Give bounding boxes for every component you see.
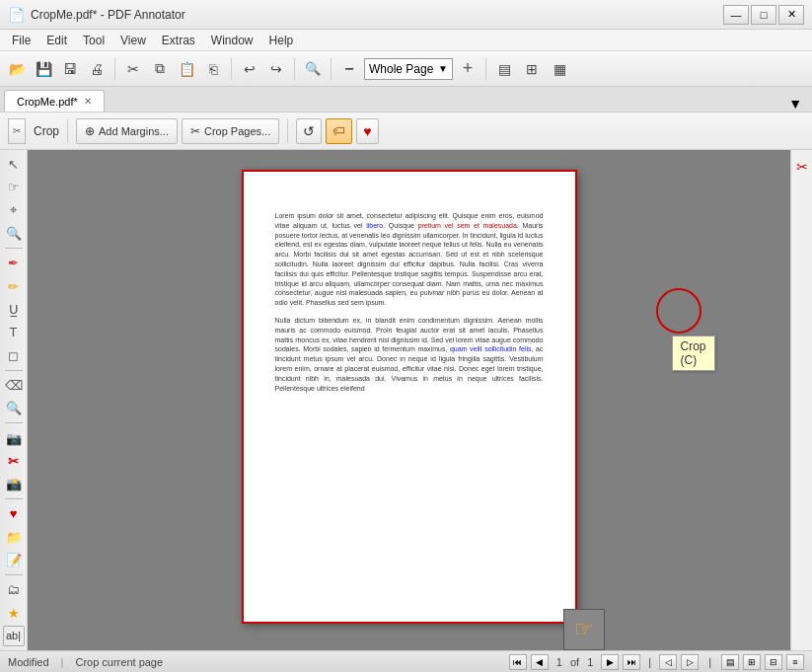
saveas-button[interactable]: 🖫 [57, 56, 83, 82]
paragraph-1: Lorem ipsum dolor sit amet, consectetur … [275, 211, 544, 308]
crop-tooltip: Crop (C) [672, 336, 715, 371]
print-button[interactable]: 🖨 [84, 56, 110, 82]
save-button[interactable]: 💾 [31, 56, 56, 82]
redo-button[interactable]: ↪ [263, 56, 289, 82]
crop-label: Crop [34, 124, 59, 138]
stamp-sidebar-btn[interactable]: 🗂 [3, 579, 25, 600]
menu-tool[interactable]: Tool [75, 32, 112, 49]
modified-status: Modified [8, 656, 49, 668]
status-bar: Modified | Crop current page ⏮ ◀ 1 of 1 … [0, 650, 812, 672]
page-view-control: Whole Page ▼ [364, 58, 453, 80]
page-view-dropdown-icon[interactable]: ▼ [438, 63, 448, 74]
menu-file[interactable]: File [4, 32, 38, 49]
search-tool-btn[interactable]: 🔍 [3, 398, 25, 418]
textbox-tool-btn[interactable]: T [3, 322, 25, 342]
star-sidebar-btn[interactable]: ★ [3, 602, 25, 623]
crop-sidebar-btn[interactable]: ✂ [3, 451, 25, 472]
view-spread-btn[interactable]: ⊟ [765, 654, 782, 670]
heart-button[interactable]: ♥ [356, 118, 378, 144]
app-icon: 📄 [8, 7, 25, 23]
clipboard-buttons: ✂ ⧉ 📋 ⎗ [120, 56, 226, 82]
nav-back-btn[interactable]: ◁ [659, 654, 677, 670]
view-single-btn[interactable]: ▤ [721, 654, 739, 670]
text-highlight-red: pretium vel sem et malesuada [418, 222, 517, 229]
status-separator: | [61, 656, 64, 668]
two-page-btn[interactable]: ⊞ [519, 56, 545, 82]
minimize-button[interactable]: — [723, 5, 749, 25]
nav-first-btn[interactable]: ⏮ [509, 654, 527, 670]
cut-button[interactable]: ✂ [120, 56, 146, 82]
view-scroll-btn[interactable]: ≡ [786, 654, 804, 670]
side-sep1 [5, 248, 23, 249]
menu-help[interactable]: Help [261, 32, 302, 49]
nav-sep: | [648, 656, 651, 668]
sep2 [231, 58, 232, 80]
zoom-out-button[interactable]: − [336, 56, 362, 82]
paste-button[interactable]: 📋 [174, 56, 199, 82]
page-mode-btn[interactable]: ▦ [547, 56, 572, 82]
paste2-button[interactable]: ⎗ [200, 56, 226, 82]
page-total: 1 [587, 656, 593, 668]
heart-sidebar-btn[interactable]: ♥ [3, 503, 25, 524]
copy-button[interactable]: ⧉ [147, 56, 173, 82]
snapshot-tool-btn[interactable]: 📸 [3, 474, 25, 494]
search-button[interactable]: 🔍 [300, 56, 326, 82]
paragraph-2: Nulla dictum bibendum ex, in blandit eni… [275, 316, 544, 393]
view-double-btn[interactable]: ⊞ [743, 654, 761, 670]
sep3 [294, 58, 295, 80]
side-sep4 [5, 498, 23, 499]
note-sidebar-btn[interactable]: 📝 [3, 550, 25, 570]
menu-window[interactable]: Window [203, 32, 261, 49]
maximize-button[interactable]: □ [751, 5, 776, 25]
nav-fwd-btn[interactable]: ▷ [681, 654, 699, 670]
single-page-btn[interactable]: ▤ [491, 56, 517, 82]
page-view-label: Whole Page [369, 62, 438, 76]
title-bar: 📄 CropMe.pdf* - PDF Annotator — □ ✕ [0, 0, 812, 30]
crop-pages-icon: ✂ [190, 124, 200, 138]
sec-sep1 [67, 119, 68, 143]
underline-tool-btn[interactable]: U̲ [3, 299, 25, 320]
add-page-button[interactable]: + [455, 56, 480, 82]
content-wrapper: ✂ Crop ⊕ Add Margins... ✂ Crop Pages... … [0, 112, 812, 672]
tab-scroll-btn[interactable]: ▼ [788, 96, 808, 112]
folder-sidebar-btn[interactable]: 📁 [3, 527, 25, 548]
photo-tool-btn[interactable]: 📷 [3, 427, 25, 448]
tab-bar: CropMe.pdf* ✕ ▼ [0, 87, 812, 112]
menu-edit[interactable]: Edit [38, 32, 75, 49]
shapes-tool-btn[interactable]: ◻ [3, 344, 25, 365]
menu-view[interactable]: View [112, 32, 154, 49]
tooltip-text: Crop (C) [681, 339, 706, 367]
eraser-tool-btn[interactable]: ⌫ [3, 375, 25, 396]
page-wrapper: Lorem ipsum dolor sit amet, consectetur … [242, 170, 577, 631]
hand-tool-overlay-btn[interactable]: ☞ [563, 609, 605, 650]
secondary-toolbar: ✂ Crop ⊕ Add Margins... ✂ Crop Pages... … [0, 112, 812, 150]
close-button[interactable]: ✕ [778, 5, 804, 25]
nav-prev-btn[interactable]: ◀ [531, 654, 549, 670]
text-highlight-blue2: quam velit sollicitudin felis [450, 345, 532, 352]
sep4 [331, 58, 332, 80]
tab-close-btn[interactable]: ✕ [84, 96, 92, 107]
main-area: ↖ ☞ ⌖ 🔍 ✒ ✏ U̲ T ◻ ⌫ 🔍 📷 ✂ 📸 ♥ 📁 📝 🗂 ★ a… [0, 150, 812, 650]
stamp-button[interactable]: 🏷 [326, 118, 352, 144]
nav-last-btn[interactable]: ⏭ [623, 654, 640, 670]
page-content: Lorem ipsum dolor sit amet, consectetur … [244, 172, 575, 432]
text-highlight-blue: libero [366, 222, 383, 229]
menu-bar: File Edit Tool View Extras Window Help [0, 30, 812, 51]
add-margins-button[interactable]: ⊕ Add Margins... [76, 118, 178, 144]
zoom-tool-btn[interactable]: 🔍 [3, 223, 25, 244]
lasso-tool-btn[interactable]: ⌖ [3, 200, 25, 221]
crop-pages-button[interactable]: ✂ Crop Pages... [182, 118, 279, 144]
reset-button[interactable]: ↺ [296, 118, 322, 144]
stamp-icon: 🏷 [332, 123, 345, 138]
undo-button[interactable]: ↩ [237, 56, 262, 82]
select-tool-btn[interactable]: ↖ [3, 154, 25, 175]
menu-extras[interactable]: Extras [154, 32, 203, 49]
textfield-sidebar-btn[interactable]: ab| [3, 626, 25, 646]
hand-tool-btn[interactable]: ☞ [3, 177, 25, 197]
document-area[interactable]: Lorem ipsum dolor sit amet, consectetur … [28, 150, 790, 650]
marker-tool-btn[interactable]: ✏ [3, 276, 25, 297]
open-button[interactable]: 📂 [4, 56, 30, 82]
document-tab[interactable]: CropMe.pdf* ✕ [4, 90, 105, 112]
pen-tool-btn[interactable]: ✒ [3, 253, 25, 273]
nav-next-btn[interactable]: ▶ [601, 654, 619, 670]
